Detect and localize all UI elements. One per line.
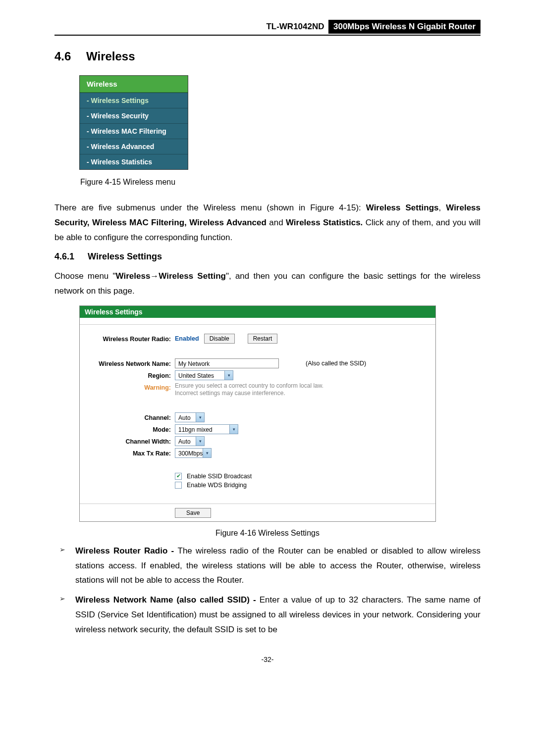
radio-label: Wireless Router Radio: (89, 334, 175, 344)
page-header: TL-WR1042ND 300Mbps Wireless N Gigabit R… (54, 20, 481, 36)
save-button[interactable]: Save (175, 508, 211, 518)
choose-bold: Wireless (116, 271, 151, 281)
mode-value: 11bgn mixed (175, 424, 229, 434)
mode-label: Mode: (89, 424, 175, 434)
panel-body: Wireless Router Radio: Enabled Disable R… (80, 325, 435, 504)
radio-enabled-status: Enabled (175, 335, 202, 342)
intro-text: and (267, 218, 286, 227)
description-list: Wireless Router Radio - The wireless rad… (54, 544, 481, 637)
channel-width-label: Channel Width: (89, 436, 175, 446)
document-page: TL-WR1042ND 300Mbps Wireless N Gigabit R… (0, 0, 535, 678)
disable-button[interactable]: Disable (204, 334, 235, 344)
figure-caption-15: Figure 4-15 Wireless menu (80, 178, 481, 187)
network-name-input[interactable]: My Network (175, 358, 279, 368)
max-tx-rate-select[interactable]: 300Mbps ▾ (175, 448, 212, 458)
page-number: -32- (54, 655, 481, 663)
figure-caption-16: Figure 4-16 Wireless Settings (54, 529, 481, 538)
wds-bridging-checkbox[interactable] (175, 482, 182, 489)
warning-label: Warning: (89, 382, 175, 398)
intro-text: ): (356, 203, 366, 212)
max-tx-rate-value: 300Mbps (175, 448, 203, 458)
chevron-down-icon: ▾ (229, 424, 238, 434)
subsection-heading: 4.6.1 Wireless Settings (54, 252, 481, 262)
restart-button[interactable]: Restart (248, 334, 278, 344)
subsection-title: Wireless Settings (88, 252, 162, 261)
chevron-down-icon: ▾ (196, 412, 205, 422)
ssid-broadcast-label: Enable SSID Broadcast (187, 473, 252, 480)
panel-divider (80, 318, 435, 325)
ssid-broadcast-checkbox[interactable]: ✔ (175, 473, 182, 480)
header-model: TL-WR1042ND (262, 20, 326, 34)
channel-width-select[interactable]: Auto ▾ (175, 436, 205, 446)
save-row: Save (80, 504, 435, 521)
header-product: 300Mbps Wireless N Gigabit Router (328, 20, 481, 34)
channel-value: Auto (175, 412, 196, 422)
region-value: United States (175, 370, 224, 380)
section-title: Wireless (86, 50, 135, 63)
region-select[interactable]: United States ▾ (175, 370, 233, 380)
menu-item-wireless-advanced: - Wireless Advanced (80, 139, 188, 154)
intro-bold: Wireless Settings (366, 203, 439, 212)
choose-bold: Wireless Setting (159, 271, 226, 281)
menu-item-wireless-security: - Wireless Security (80, 108, 188, 123)
menu-item-wireless-statistics: - Wireless Statistics (80, 154, 188, 169)
channel-select[interactable]: Auto ▾ (175, 412, 205, 422)
ssid-note: (Also called the SSID) (306, 360, 366, 367)
intro-text: There are five submenus under the Wirele… (54, 203, 310, 212)
warning-text-1: Ensure you select a correct country to c… (175, 382, 427, 390)
subsection-number: 4.6.1 (54, 252, 74, 261)
chevron-down-icon: ▾ (224, 370, 233, 380)
section-heading: 4.6 Wireless (54, 50, 481, 63)
chevron-down-icon: ▾ (203, 448, 212, 458)
intro-bold: Wireless Statistics. (286, 218, 363, 227)
channel-width-value: Auto (175, 436, 196, 446)
intro-paragraph: There are five submenus under the Wirele… (54, 201, 481, 245)
list-item: Wireless Router Radio - The wireless rad… (54, 544, 481, 588)
wds-bridging-label: Enable WDS Bridging (187, 482, 247, 489)
max-tx-rate-label: Max Tx Rate: (89, 448, 175, 458)
wireless-menu-figure: Wireless - Wireless Settings - Wireless … (79, 75, 188, 170)
arrow-icon: → (150, 271, 159, 281)
desc-title: Wireless Router Radio - (75, 546, 178, 555)
intro-text: , (439, 203, 446, 212)
section-number: 4.6 (54, 50, 71, 63)
panel-title: Wireless Settings (80, 306, 435, 318)
list-item: Wireless Network Name (also called SSID)… (54, 593, 481, 637)
mode-select[interactable]: 11bgn mixed ▾ (175, 424, 238, 434)
menu-item-wireless-mac-filtering: - Wireless MAC Filtering (80, 123, 188, 139)
network-name-label: Wireless Network Name: (89, 358, 175, 368)
region-label: Region: (89, 370, 175, 380)
desc-title: Wireless Network Name (also called SSID)… (75, 595, 260, 605)
choose-menu-paragraph: Choose menu "Wireless→Wireless Setting",… (54, 269, 481, 299)
figure-reference: Figure 4-15 (310, 203, 356, 212)
wireless-settings-panel: Wireless Settings Wireless Router Radio:… (79, 305, 436, 522)
chevron-down-icon: ▾ (196, 436, 205, 446)
choose-text: Choose menu " (54, 271, 116, 281)
menu-header: Wireless (80, 76, 188, 93)
menu-item-wireless-settings: - Wireless Settings (80, 93, 188, 108)
channel-label: Channel: (89, 412, 175, 422)
warning-text-2: Incorrect settings may cause interferenc… (175, 390, 427, 398)
